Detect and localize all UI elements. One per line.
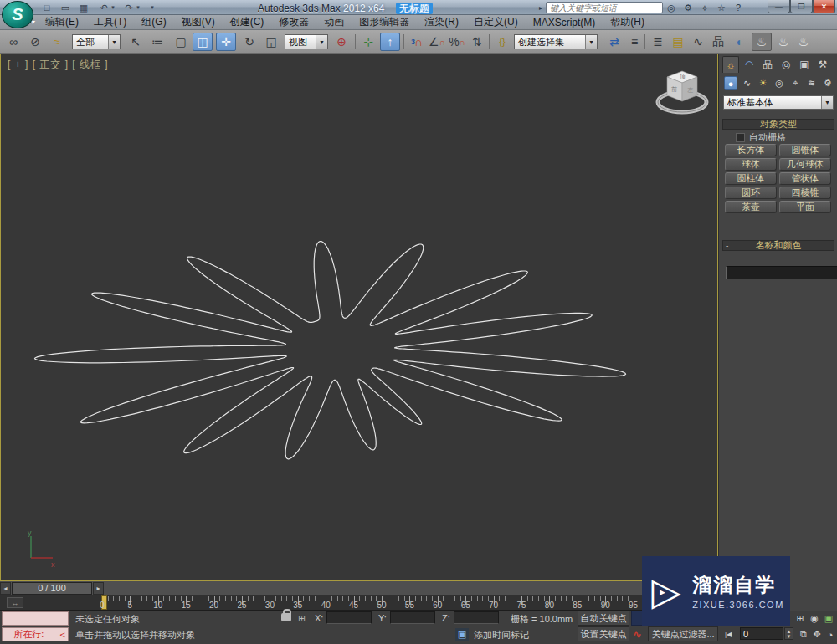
menu-item-3[interactable]: 视图(V) [174,15,223,29]
selection-region-icon[interactable]: ▢ [171,33,191,51]
rendered-frame-icon[interactable]: ♨ [773,33,793,51]
name-color-rollout-header[interactable]: - 名称和颜色 [722,240,834,251]
select-and-link-icon[interactable]: ∞ [3,33,23,51]
object-button-8[interactable]: 茶壶 [725,201,777,213]
spinner-snap-icon[interactable]: ⇅ [467,33,487,51]
menu-item-10[interactable]: MAXScript(M) [526,17,603,28]
track-bar[interactable]: ↔ 05101520253035404550556065707580859095… [0,595,718,611]
y-coordinate-field[interactable] [390,611,435,624]
object-button-3[interactable]: 几何球体 [779,158,831,171]
zoom-extents-icon[interactable]: ◉ [808,612,821,625]
tab-utilities[interactable]: ⚒ [814,56,831,73]
select-and-move-icon[interactable]: ✛ [216,33,236,51]
menu-item-0[interactable]: 编辑(E) [38,15,86,29]
pan-view-icon[interactable]: ✥ [810,628,824,641]
object-button-5[interactable]: 管状体 [779,172,831,185]
zoom-extents-all-icon[interactable]: ▣ [822,612,835,625]
render-setup-icon[interactable]: ♨ [752,33,772,51]
viewcube-front-label[interactable]: 前 [671,86,677,92]
search-icon[interactable]: ◎ [663,2,680,13]
subscription-icon[interactable]: ⚙ [680,2,696,13]
save-file-icon[interactable]: ▦ [75,1,92,14]
search-history-icon[interactable]: ▸ [536,4,546,12]
snap-toggle-3d-icon[interactable]: 3∩ [407,33,427,51]
bind-to-spacewarp-icon[interactable]: ≈ [47,33,67,51]
object-type-rollout-header[interactable]: - 对象类型 [722,119,834,130]
schematic-view-icon[interactable]: 品 [708,33,728,51]
spline-shape[interactable] [1,54,717,580]
redo-dropdown-icon[interactable]: ▾ [134,1,142,14]
application-menu-button[interactable]: S ▾ [2,1,33,28]
select-by-name-icon[interactable]: ≔ [147,33,167,51]
trackbar-toggle-icon[interactable]: ↔ [7,597,23,608]
menu-item-5[interactable]: 修改器 [271,15,316,29]
new-key-filter-icon[interactable]: ∿ [633,628,642,641]
object-button-7[interactable]: 四棱锥 [779,187,831,199]
key-mode-toggle-icon[interactable]: ⧉ [797,628,810,641]
minimize-button[interactable]: — [768,0,790,13]
maxscript-mini-listener[interactable] [2,611,69,626]
quick-access-options-icon[interactable]: ▾ [147,1,157,14]
tab-hierarchy[interactable]: 品 [759,56,776,73]
align-icon[interactable]: ≡ [624,33,644,51]
window-crossing-icon[interactable]: ◫ [193,33,213,51]
isolate-selection-icon[interactable]: ▣ [455,628,469,641]
tab-motion[interactable]: ◎ [778,56,794,73]
angle-snap-icon[interactable]: ∠∩ [427,33,447,51]
collapse-icon[interactable]: - [726,120,728,129]
search-input[interactable] [546,2,663,13]
key-filters-button[interactable]: 关键点过滤器... [648,626,718,641]
object-button-9[interactable]: 平面 [779,201,831,213]
tab-create[interactable]: ☼ [722,56,739,73]
named-selection-sets-dropdown[interactable]: 创建选择集▾ [514,34,598,49]
menu-item-2[interactable]: 组(G) [134,15,173,29]
selection-filter-dropdown[interactable]: 全部▾ [72,34,121,49]
layer-manager-icon[interactable]: ≣ [648,33,668,51]
object-button-0[interactable]: 长方体 [725,144,777,156]
close-button[interactable]: ✕ [813,0,835,13]
previous-frame-arrow[interactable]: ◂ [0,582,11,595]
select-and-manipulate-icon[interactable]: ⊹ [358,33,378,51]
dropdown-arrow-icon[interactable]: ▾ [821,96,833,109]
object-button-1[interactable]: 圆锥体 [779,144,831,156]
edit-named-sets-icon[interactable]: {} [492,33,512,51]
menu-item-4[interactable]: 创建(C) [223,15,272,29]
menu-item-1[interactable]: 工具(T) [86,15,134,29]
menu-item-6[interactable]: 动画 [316,15,352,29]
selection-lock-icon[interactable] [281,613,291,621]
current-frame-field[interactable] [740,627,783,640]
viewcube[interactable]: 顶 前 左 [655,66,709,118]
primitive-category-dropdown[interactable]: 标准基本体▾ [723,95,834,110]
next-frame-arrow[interactable]: ▸ [93,582,104,595]
subtab-shapes[interactable]: ∿ [740,76,753,90]
material-editor-icon[interactable]: ◐ [730,33,750,51]
viewcube-left-label[interactable]: 左 [687,87,693,93]
orbit-icon[interactable]: ◔ [824,628,837,641]
mirror-icon[interactable]: ⇄ [604,33,624,51]
subtab-geometry[interactable]: ● [724,76,737,90]
subtab-helpers[interactable]: ⌖ [788,76,802,90]
keyboard-override-icon[interactable]: ↑ [380,33,400,51]
auto-key-button[interactable]: 自动关键点 [578,611,629,626]
viewport[interactable]: [ + ] [ 正交 ] [ 线框 ] 顶 前 左 y x [0,54,718,581]
object-button-2[interactable]: 球体 [725,158,777,171]
listener-line-indicator[interactable]: --所在行:< [2,627,69,641]
zoom-icon[interactable]: ⊞ [793,612,807,625]
subtab-spacewarps[interactable]: ≋ [804,76,818,90]
dropdown-arrow-icon[interactable]: ▾ [108,35,120,49]
reference-coordinate-dropdown[interactable]: 视图▾ [285,34,328,49]
object-button-6[interactable]: 圆环 [725,187,777,199]
communication-center-icon[interactable]: ⟡ [696,2,713,13]
tab-modify[interactable]: ◠ [741,56,757,73]
add-time-tag-text[interactable]: 添加时间标记 [474,629,529,641]
dropdown-arrow-icon[interactable]: ▾ [316,35,327,49]
absolute-mode-icon[interactable]: ⊞ [298,613,306,624]
select-object-icon[interactable]: ↖ [126,33,146,51]
object-button-4[interactable]: 圆柱体 [725,172,777,185]
percent-snap-icon[interactable]: %∩ [447,33,467,51]
menu-item-9[interactable]: 自定义(U) [466,15,526,29]
autogrid-checkbox[interactable] [736,133,745,142]
z-coordinate-field[interactable] [454,611,499,624]
subtab-systems[interactable]: ⚙ [821,76,834,90]
select-and-rotate-icon[interactable]: ↻ [239,33,259,51]
